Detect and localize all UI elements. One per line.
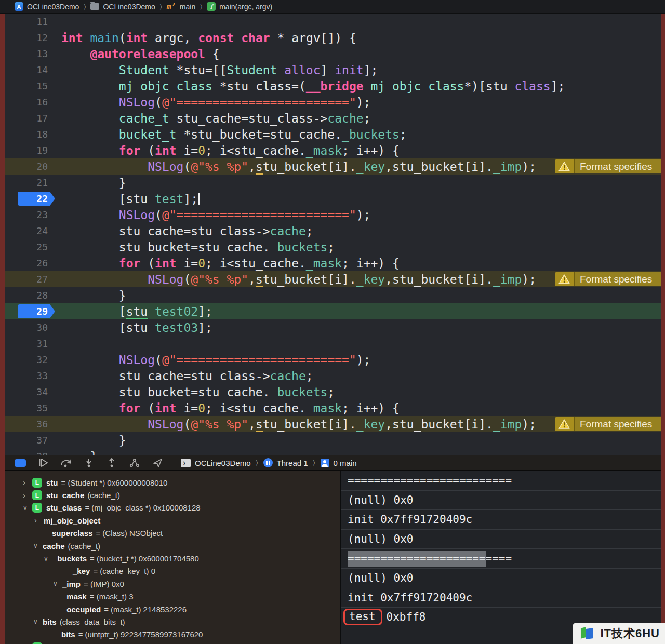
variable-row[interactable]: _occupied= (mask_t) 2148532226: [5, 603, 340, 615]
line-number[interactable]: 14: [5, 64, 51, 75]
breakpoints-toggle-button[interactable]: [14, 457, 27, 468]
code-line-17[interactable]: 17 cache_t stu_cache=stu_class->cache;: [5, 110, 661, 126]
line-number[interactable]: 28: [5, 290, 51, 301]
variable-row[interactable]: ›Lstu_cache(cache_t): [5, 489, 340, 501]
variable-row[interactable]: ›mj_objc_object: [5, 514, 340, 527]
code-line-15[interactable]: 15 mj_objc_class *stu_class=(__bridge mj…: [5, 78, 661, 94]
step-over-button[interactable]: [59, 457, 73, 468]
disclosure-open-icon[interactable]: ∨: [33, 618, 43, 625]
console-output[interactable]: =========================(null) 0x0init …: [341, 471, 661, 644]
disclosure-open-icon[interactable]: ∨: [33, 542, 43, 549]
code-line-33[interactable]: 33 stu_cache=stu_class->cache;: [5, 368, 661, 384]
line-number[interactable]: 13: [5, 48, 51, 59]
disclosure-open-icon[interactable]: ∨: [44, 555, 53, 562]
variable-row[interactable]: superclass= (Class) NSObject: [5, 527, 340, 540]
variable-name: _buckets: [53, 554, 87, 563]
line-number[interactable]: 25: [5, 242, 51, 252]
line-number[interactable]: 26: [5, 258, 51, 269]
jump-bar-item[interactable]: OCLine03Demo: [90, 3, 155, 11]
variables-view[interactable]: ›Lstu= (Student *) 0x600000008010›Lstu_c…: [5, 471, 340, 644]
jump-bar-item[interactable]: AOCLine03Demo: [15, 2, 79, 11]
line-number[interactable]: 29: [5, 306, 51, 317]
line-number[interactable]: 33: [5, 370, 51, 381]
code-line-20[interactable]: 20 NSLog(@"%s %p",stu_bucket[i]._key,stu…: [5, 158, 661, 175]
disclosure-closed-icon[interactable]: ›: [23, 480, 32, 485]
line-number[interactable]: 36: [5, 419, 51, 430]
step-into-button[interactable]: [82, 457, 96, 468]
variable-row[interactable]: ∨_buckets= (bucket_t *) 0x600001704580: [5, 552, 340, 565]
line-number[interactable]: 22: [5, 193, 51, 204]
code-line-35[interactable]: 35 for (int i=0; i<stu_cache._mask; i++)…: [5, 400, 661, 416]
code-line-25[interactable]: 25 stu_bucket=stu_cache._buckets;: [5, 239, 661, 255]
code-line-13[interactable]: 13 @autoreleasepool {: [5, 46, 661, 62]
code-line-24[interactable]: 24 stu_cache=stu_class->cache;: [5, 223, 661, 239]
code-line-36[interactable]: 36 NSLog(@"%s %p",stu_bucket[i]._key,stu…: [5, 416, 661, 432]
warning-badge[interactable]: Format specifies: [555, 417, 661, 431]
code-line-22[interactable]: 22 [stu test];: [5, 191, 661, 207]
line-number[interactable]: 11: [5, 16, 51, 27]
line-number[interactable]: 35: [5, 403, 51, 413]
debug-view-hierarchy-button[interactable]: [128, 457, 141, 468]
source-editor[interactable]: 1112int main(int argc, const char * argv…: [5, 14, 661, 455]
line-number[interactable]: 20: [5, 161, 51, 172]
line-number[interactable]: 27: [5, 274, 51, 285]
line-number[interactable]: 34: [5, 386, 51, 397]
variable-row[interactable]: ›Lstu= (Student *) 0x600000008010: [5, 476, 340, 489]
code-line-29[interactable]: 29 [stu test02];: [5, 303, 661, 319]
variable-row[interactable]: bits= (uintptr_t) 9223477589973167620: [5, 628, 340, 641]
line-number[interactable]: 18: [5, 129, 51, 140]
debug-crumb-thread[interactable]: Thread 1: [263, 458, 308, 467]
variable-row[interactable]: ∨bits(class_data_bits_t): [5, 615, 340, 628]
simulate-location-button[interactable]: [151, 457, 164, 468]
code-line-37[interactable]: 37 }: [5, 432, 661, 448]
warning-badge[interactable]: Format specifies: [555, 272, 661, 286]
line-number[interactable]: 19: [5, 145, 51, 156]
code-line-31[interactable]: 31: [5, 336, 661, 352]
line-number[interactable]: 38: [5, 451, 51, 455]
disclosure-open-icon[interactable]: ∨: [53, 580, 62, 587]
line-number[interactable]: 12: [5, 32, 51, 43]
jump-bar-item[interactable]: fmain(argc, argv): [207, 2, 272, 11]
variable-row[interactable]: _key= (cache_key_t) 0: [5, 565, 340, 578]
code-line-26[interactable]: 26 for (int i=0; i<stu_cache._mask; i++)…: [5, 255, 661, 271]
variable-row[interactable]: ∨_imp= (IMP) 0x0: [5, 578, 340, 590]
jump-bar-item[interactable]: mʼmain: [167, 2, 195, 11]
debug-crumb-frame[interactable]: 0 main: [321, 459, 357, 467]
debug-crumb-process[interactable]: ❯_OCLine03Demo: [181, 459, 251, 467]
variable-row[interactable]: ∨Lstu_class= (mj_objc_class *) 0x1000081…: [5, 502, 340, 514]
line-number[interactable]: 24: [5, 225, 51, 236]
code-line-30[interactable]: 30 [stu test03];: [5, 319, 661, 336]
code-line-28[interactable]: 28 }: [5, 287, 661, 303]
console-text: =====================: [348, 553, 486, 565]
line-number[interactable]: 30: [5, 322, 51, 333]
code-line-18[interactable]: 18 bucket_t *stu_bucket=stu_cache._bucke…: [5, 126, 661, 142]
line-number[interactable]: 32: [5, 354, 51, 365]
code-line-11[interactable]: 11: [5, 14, 661, 30]
code-line-12[interactable]: 12int main(int argc, const char * argv[]…: [5, 30, 661, 46]
code-line-14[interactable]: 14 Student *stu=[[Student alloc] init];: [5, 62, 661, 78]
code-line-27[interactable]: 27 NSLog(@"%s %p",stu_bucket[i]._key,stu…: [5, 271, 661, 287]
line-number[interactable]: 17: [5, 113, 51, 124]
step-out-button[interactable]: [105, 457, 118, 468]
variable-row[interactable]: _mask= (mask_t) 3: [5, 591, 340, 603]
line-number[interactable]: 31: [5, 338, 51, 349]
variable-row[interactable]: ›Lstu_bucket= (bucket_t *) 0x60000170458…: [5, 641, 340, 644]
disclosure-open-icon[interactable]: ∨: [23, 504, 32, 512]
continue-button[interactable]: [36, 457, 50, 468]
disclosure-closed-icon[interactable]: ›: [23, 493, 32, 498]
code-line-16[interactable]: 16 NSLog(@"========================");: [5, 94, 661, 110]
code-line-21[interactable]: 21 }: [5, 175, 661, 191]
code-line-34[interactable]: 34 stu_bucket=stu_cache._buckets;: [5, 384, 661, 400]
variable-row[interactable]: ∨cache(cache_t): [5, 540, 340, 552]
line-number[interactable]: 21: [5, 177, 51, 188]
line-number[interactable]: 15: [5, 81, 51, 91]
code-line-38[interactable]: 38 }: [5, 448, 661, 455]
line-number[interactable]: 23: [5, 209, 51, 220]
code-line-23[interactable]: 23 NSLog(@"========================");: [5, 207, 661, 223]
warning-badge[interactable]: Format specifies: [555, 159, 661, 173]
code-line-32[interactable]: 32 NSLog(@"========================");: [5, 352, 661, 368]
disclosure-closed-icon[interactable]: ›: [34, 518, 44, 523]
line-number[interactable]: 16: [5, 97, 51, 108]
line-number[interactable]: 37: [5, 435, 51, 446]
code-line-19[interactable]: 19 for (int i=0; i<stu_cache._mask; i++)…: [5, 142, 661, 158]
